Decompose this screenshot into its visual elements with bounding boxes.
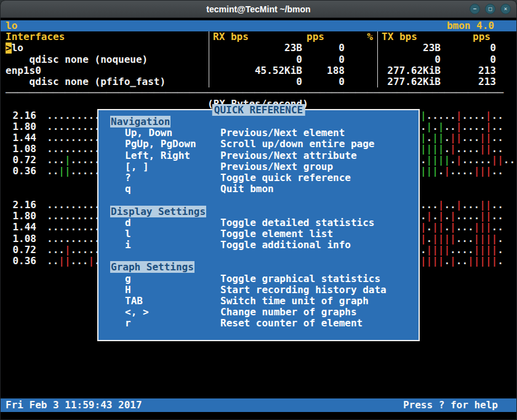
rx-bps-value: 23B	[209, 42, 305, 54]
graph-dots: ..	[456, 256, 468, 267]
shortcut-key: l	[125, 228, 220, 240]
separator-line: ────────────────────────────────────────…	[1, 87, 516, 99]
shortcut-description: Toggle additional info	[220, 240, 351, 251]
graph-dots: .	[497, 256, 503, 267]
minimize-icon: −	[473, 6, 476, 12]
rx-bar: |	[427, 121, 433, 132]
tx-bar: ||||	[474, 244, 498, 256]
shortcut-row: rReset counter of element	[98, 318, 419, 329]
shortcut-description: Toggle element list	[220, 228, 333, 240]
y-axis-label: 2.16	[6, 200, 36, 211]
shortcut-key: <, >	[125, 307, 220, 318]
interface-table: >lo23B023B0 qdisc none (noqueue)0000enp1…	[1, 42, 516, 87]
tx-bar: |	[450, 143, 456, 155]
graph-dots: ....	[450, 166, 474, 177]
graph-dots: ..	[503, 155, 515, 166]
graph-dots: .....	[427, 110, 456, 121]
graph-dots: ...	[456, 222, 474, 233]
rx-bps-value: 0	[209, 54, 305, 65]
shortcut-key: [, ]	[125, 161, 220, 172]
tx-bar: ||	[58, 256, 70, 267]
graph-dots: ..	[492, 121, 503, 132]
interface-row[interactable]: enp1s045.52KiB188277.62KiB213	[1, 65, 516, 76]
shortcut-description: Reset counter of element	[220, 318, 363, 329]
dialog-title: QUICK REFERENCE	[212, 104, 305, 116]
graph-dots: .	[432, 211, 438, 222]
graph-dots: .	[427, 132, 433, 143]
rx-bar: ||||	[420, 143, 444, 155]
shortcut-description: Scroll up/down entire page	[220, 139, 374, 150]
header-rx-bps: RX bps	[209, 31, 305, 42]
tx-bar: |||	[474, 166, 492, 177]
graph-dots: .	[427, 222, 433, 233]
interface-table-header: Interfaces RX bps pps % TX bps pps	[1, 31, 516, 42]
interface-row[interactable]: qdisc none (noqueue)0000	[1, 54, 516, 65]
tx-bar: |	[450, 222, 456, 233]
tx-bar: |	[456, 200, 462, 211]
shortcut-row: qQuit bmon	[98, 184, 419, 195]
rx-bar: ||	[432, 132, 444, 143]
tx-bar: ||||	[474, 233, 498, 244]
shortcut-key: ?	[125, 172, 220, 184]
interface-row[interactable]: >lo23B023B0	[1, 42, 516, 54]
selection-cursor: >	[6, 42, 12, 54]
shortcut-row: dToggle detailed statistics	[98, 217, 419, 228]
graph-dots: .	[420, 244, 427, 256]
topbar-spacer	[17, 20, 447, 31]
interface-row[interactable]: qdisc none (pfifo_fast)00277.62KiB213	[1, 76, 516, 87]
rx-graph-unit: KiB	[58, 110, 76, 110]
tx-bar: ||||	[427, 244, 451, 256]
tx-bar: |	[456, 110, 462, 121]
rx-pps-value: 0	[305, 54, 350, 65]
y-axis-label: 2.16	[6, 110, 36, 121]
tx-bar: |	[456, 155, 462, 166]
graph-dots: .	[497, 244, 503, 256]
graph-dots: ....	[456, 211, 480, 222]
interface-name: qdisc none (noqueue)	[6, 54, 209, 65]
window-titlebar[interactable]: tecmint@TecMint ~/bmon − □ ✕	[1, 1, 516, 18]
tx-bar: |	[438, 211, 444, 222]
dialog-section-gap	[98, 195, 419, 206]
minimize-button[interactable]: −	[470, 4, 480, 14]
graph-dots: ....	[462, 121, 486, 132]
graph-dots: ..	[492, 200, 503, 211]
header-tx-pps: pps	[444, 31, 499, 42]
statusbar-help-hint: Press ? for help	[403, 400, 498, 411]
shortcut-row: Left, RightPrevious/Next attribute	[98, 150, 419, 161]
graph-dots: ...	[462, 132, 479, 143]
section-heading-text: Navigation	[110, 116, 170, 127]
graph-dots: ..	[492, 143, 503, 155]
topbar-version: bmon 4.0	[447, 20, 494, 31]
graph-dots: ...	[462, 200, 479, 211]
graph-dots: .	[420, 211, 427, 222]
graph-dots: .	[438, 166, 444, 177]
graph-dots: ....	[456, 143, 480, 155]
shortcut-row: gToggle graphical statistics	[98, 273, 419, 285]
shortcut-row: TABSwitch time unit of graph	[98, 296, 419, 307]
graph-dots: .	[444, 143, 450, 155]
terminal-screen[interactable]: lo bmon 4.0 Interfaces RX bps pps % TX b…	[1, 18, 516, 420]
tx-bps-value: 0	[377, 54, 444, 65]
tx-bar: |	[88, 256, 94, 267]
graph-dots: ..	[492, 211, 503, 222]
tx-pps-value: 0	[444, 54, 499, 65]
graph-dots: .	[497, 233, 503, 244]
y-axis-label: 1.44	[6, 132, 36, 143]
maximize-icon: □	[489, 6, 492, 12]
rx-pps-value: 188	[305, 65, 350, 76]
tx-bar: ||	[450, 132, 462, 143]
tx-bar: |	[450, 211, 456, 222]
tx-bar: |	[427, 211, 433, 222]
close-button[interactable]: ✕	[500, 4, 511, 14]
shortcut-row: [, ]Previous/Next group	[98, 161, 419, 172]
section-heading-text: Graph Settings	[110, 261, 194, 273]
section-heading-text: Display Settings	[110, 206, 206, 217]
shortcut-key: q	[125, 184, 220, 195]
statusbar-datetime: Fri Feb 3 11:59:43 2017	[6, 400, 142, 411]
graph-dots: .....	[462, 155, 491, 166]
shortcut-row: lToggle element list	[98, 228, 419, 240]
maximize-button[interactable]: □	[485, 4, 495, 14]
graph-dots: ...	[47, 155, 65, 166]
interface-name: enp1s0	[6, 65, 209, 76]
percent-value	[350, 42, 377, 54]
